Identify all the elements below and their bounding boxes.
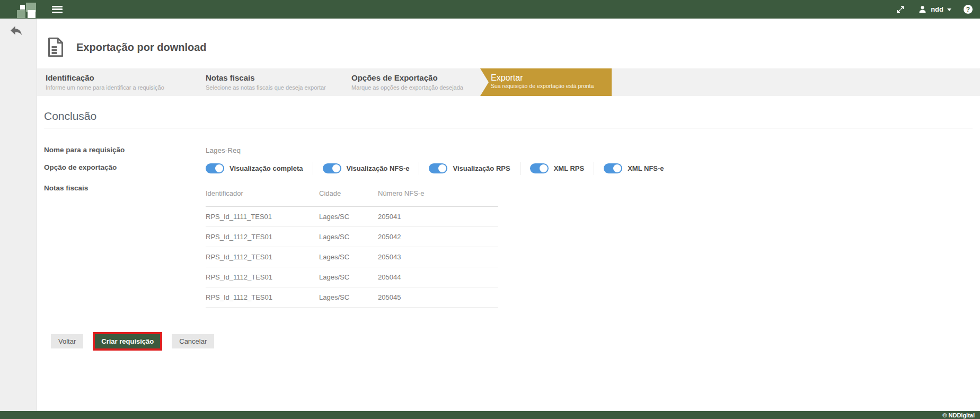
cell-cidade: Lages/SC	[319, 253, 378, 261]
export-options: Visualização completa Visualização NFS-e…	[206, 162, 674, 175]
fullscreen-icon[interactable]	[896, 5, 905, 14]
section-heading: Conclusão	[44, 110, 980, 123]
action-buttons: Voltar Criar requisição Cancelar	[51, 332, 973, 351]
summary-row-name: Nome para a requisição Lages-Req	[44, 144, 973, 154]
criar-requisicao-button[interactable]: Criar requisição	[95, 334, 160, 348]
step-subtitle: Marque as opções de exportação desejada	[351, 84, 463, 91]
toggle-knob	[332, 164, 340, 172]
cell-cidade: Lages/SC	[319, 213, 378, 221]
highlight-box: Criar requisição	[93, 332, 162, 351]
step-subtitle: Sua requisição de exportação está pronta	[491, 83, 612, 89]
topbar: ndd ?	[0, 0, 980, 19]
toggle-xml-rps[interactable]	[530, 163, 549, 173]
copyright-label: © NDDigital	[942, 412, 975, 418]
step-title: Opções de Exportação	[351, 73, 463, 82]
toggle-visualizacao-completa[interactable]	[206, 163, 224, 173]
step-title: Identificação	[46, 73, 164, 82]
cell-numero-nfse: 205044	[378, 273, 498, 281]
wizard-step-identificacao[interactable]: Identificação Informe um nome para ident…	[46, 73, 164, 91]
table-header: Identificador Cidade Número NFS-e	[206, 189, 498, 207]
wizard-step-opcoes-exportacao[interactable]: Opções de Exportação Marque as opções de…	[351, 73, 463, 91]
table-row: RPS_Id_1112_TES01 Lages/SC 205044	[206, 267, 498, 287]
step-subtitle: Selecione as notas fiscais que deseja ex…	[206, 84, 326, 91]
wizard-step-exportar-active[interactable]: Exportar Sua requisição de exportação es…	[480, 68, 612, 96]
summary-row-notes: Notas fiscais Identificador Cidade Númer…	[44, 182, 973, 308]
step-title: Exportar	[491, 73, 612, 83]
toggle-knob	[215, 164, 223, 172]
logo-square	[28, 10, 36, 18]
chevron-down-icon	[947, 8, 951, 11]
cell-numero-nfse: 205041	[378, 213, 498, 221]
column-header: Identificador	[206, 189, 319, 197]
logo-square	[17, 10, 25, 18]
cell-identificador: RPS_Id_1111_TES01	[206, 213, 319, 221]
toggle-label: Visualização completa	[229, 164, 303, 172]
toggle-group: XML NFS-e	[594, 162, 673, 175]
voltar-button[interactable]: Voltar	[51, 334, 83, 348]
cell-identificador: RPS_Id_1112_TES01	[206, 233, 319, 241]
app-window: ndd ?	[0, 0, 980, 419]
app-logo	[16, 1, 39, 18]
step-subtitle: Informe um nome para identificar a requi…	[46, 84, 164, 91]
toggle-group: Visualização NFS-e	[313, 162, 419, 175]
step-title: Notas fiscais	[206, 73, 326, 82]
field-label: Notas fiscais	[44, 182, 206, 192]
toggle-label: XML NFS-e	[628, 164, 664, 172]
toggle-knob	[540, 164, 548, 172]
cell-cidade: Lages/SC	[319, 293, 378, 301]
table-row: RPS_Id_1112_TES01 Lages/SC 205045	[206, 287, 498, 308]
menu-toggle-icon[interactable]	[52, 6, 63, 13]
toggle-knob	[613, 164, 621, 172]
back-arrow-icon[interactable]	[8, 23, 26, 39]
toggle-knob	[438, 164, 446, 172]
main-content: Exportação por download Identificação In…	[37, 19, 980, 411]
toggle-group: Visualização completa	[206, 162, 313, 175]
summary-row-options: Opção de exportação Visualização complet…	[44, 162, 973, 175]
toggle-visualizacao-rps[interactable]	[429, 163, 447, 173]
toggle-group: XML RPS	[520, 162, 594, 175]
cell-identificador: RPS_Id_1112_TES01	[206, 253, 319, 261]
user-icon	[917, 5, 927, 14]
wizard-step-notas-fiscais[interactable]: Notas fiscais Selecione as notas fiscais…	[206, 73, 326, 91]
cell-numero-nfse: 205042	[378, 233, 498, 241]
cancelar-button[interactable]: Cancelar	[172, 334, 214, 348]
table-row: RPS_Id_1112_TES01 Lages/SC 205043	[206, 247, 498, 267]
document-icon	[45, 36, 66, 58]
cell-cidade: Lages/SC	[319, 273, 378, 281]
table-row: RPS_Id_1111_TES01 Lages/SC 205041	[206, 207, 498, 227]
request-name-value: Lages-Req	[206, 144, 241, 154]
toggle-label: XML RPS	[554, 164, 585, 172]
logo-square	[20, 5, 25, 10]
toggle-label: Visualização RPS	[453, 164, 510, 172]
table-row: RPS_Id_1112_TES01 Lages/SC 205042	[206, 227, 498, 247]
sidebar	[0, 19, 37, 411]
toggle-label: Visualização NFS-e	[347, 164, 410, 172]
column-header: Cidade	[319, 189, 378, 197]
page-title: Exportação por download	[76, 41, 207, 54]
field-label: Nome para a requisição	[44, 144, 206, 154]
notes-table: Identificador Cidade Número NFS-e RPS_Id…	[206, 189, 498, 308]
user-menu[interactable]: ndd	[917, 5, 951, 14]
help-icon[interactable]: ?	[964, 5, 973, 14]
wizard-steps-bar: Identificação Informe um nome para ident…	[37, 68, 980, 96]
field-label: Opção de exportação	[44, 162, 206, 171]
column-header: Número NFS-e	[378, 189, 498, 197]
toggle-visualizacao-nfse[interactable]	[323, 163, 341, 173]
cell-numero-nfse: 205045	[378, 293, 498, 301]
cell-identificador: RPS_Id_1112_TES01	[206, 293, 319, 301]
username-label: ndd	[931, 5, 943, 13]
footer-bar: © NDDigital	[0, 411, 980, 419]
cell-numero-nfse: 205043	[378, 253, 498, 261]
cell-identificador: RPS_Id_1112_TES01	[206, 273, 319, 281]
toggle-group: Visualização RPS	[419, 162, 519, 175]
toggle-xml-nfse[interactable]	[604, 163, 622, 173]
cell-cidade: Lages/SC	[319, 233, 378, 241]
divider	[44, 128, 973, 128]
